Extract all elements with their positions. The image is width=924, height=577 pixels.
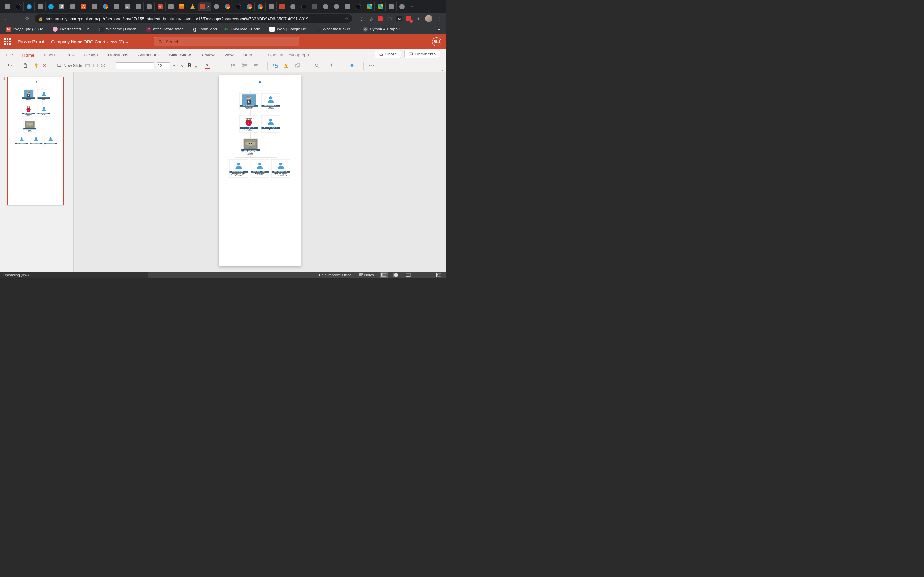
slide-canvas-area[interactable]: COMPANY NAME Name recFFWVuTvau... Founde… — [74, 72, 446, 272]
ribbon-tab-file[interactable]: File — [6, 53, 13, 59]
bookmarks-overflow-button[interactable]: » — [435, 27, 443, 32]
browser-tab[interactable] — [211, 2, 222, 11]
numbering-button[interactable]: 123⌄ — [242, 63, 251, 68]
bold-button[interactable]: B — [188, 63, 192, 69]
browser-tab[interactable] — [233, 2, 244, 11]
browser-tab[interactable] — [298, 2, 309, 11]
browser-tab[interactable] — [89, 2, 100, 11]
more-commands-button[interactable]: ··· — [368, 63, 375, 69]
ribbon-tab-animations[interactable]: Animations — [138, 53, 160, 59]
zoom-out-button[interactable]: − — [417, 273, 421, 277]
reset-button[interactable] — [93, 63, 98, 68]
notes-button[interactable]: Notes — [357, 273, 375, 277]
shape-fill-button[interactable]: ⌄ — [284, 63, 292, 68]
browser-tab[interactable] — [375, 2, 386, 11]
decrease-font-button[interactable]: Aˇ — [181, 64, 185, 68]
bookmark-item[interactable]: Overreacted — A... — [50, 26, 95, 33]
browser-tab[interactable] — [386, 2, 397, 11]
align-button[interactable]: ⌄ — [254, 63, 262, 68]
bookmark-item[interactable]: Web | Google De... — [267, 26, 312, 33]
reading-view-button[interactable] — [404, 273, 412, 277]
browser-tab[interactable] — [13, 2, 24, 11]
browser-tab[interactable] — [397, 2, 407, 11]
extension-icon[interactable] — [378, 16, 383, 21]
fit-to-window-button[interactable] — [435, 273, 443, 277]
browser-tab[interactable] — [222, 2, 233, 11]
layout-button[interactable] — [85, 63, 90, 68]
highlight-button[interactable]: ⌄ — [194, 63, 203, 68]
browser-tab[interactable] — [166, 2, 176, 11]
ribbon-tab-draw[interactable]: Draw — [65, 53, 75, 59]
bookmark-item[interactable]: ⋮⋮Welcome | Codeb... — [96, 26, 142, 33]
ribbon-tab-transitions[interactable]: Transitions — [107, 53, 129, 59]
paste-button[interactable]: ⌄ — [23, 63, 31, 68]
browser-tab[interactable] — [133, 2, 144, 11]
browser-tab[interactable] — [100, 2, 111, 11]
ribbon-tab-home[interactable]: Home — [23, 53, 35, 60]
extensions-menu-icon[interactable]: ✦ — [415, 16, 421, 21]
browser-tab[interactable] — [288, 2, 298, 11]
ribbon-tab-help[interactable]: Help — [243, 53, 252, 59]
user-avatar[interactable]: ВШ — [432, 37, 441, 46]
browser-tab[interactable] — [309, 2, 320, 11]
forward-button[interactable]: → — [14, 16, 20, 21]
bookmark-item[interactable]: Rafter - WordRefer... — [144, 26, 188, 33]
font-size-select[interactable]: 12⌄ — [157, 62, 170, 69]
zoom-in-button[interactable]: + — [425, 273, 430, 277]
bullets-button[interactable]: ⌄ — [231, 63, 240, 68]
back-button[interactable]: ← — [4, 16, 10, 21]
slide-thumbnails-pane[interactable]: 1 COMPANY NAME Name recFFWVuTvau... Foun… — [0, 72, 74, 272]
extension-icon[interactable]: 6 — [406, 16, 412, 21]
collapse-ribbon-icon[interactable]: ⌄ — [441, 68, 444, 71]
browser-tab[interactable] — [24, 2, 35, 11]
ribbon-tab-review[interactable]: Review — [200, 53, 214, 59]
extension-icon[interactable]: JB — [396, 16, 402, 21]
url-field[interactable]: 🔒 bmsturu-my.sharepoint.com/:p:/r/person… — [35, 15, 352, 23]
browser-tab[interactable] — [111, 2, 122, 11]
sorter-view-button[interactable] — [392, 273, 400, 277]
bookmark-item[interactable]: What the fuck is ..... — [313, 26, 359, 33]
undo-button[interactable]: ⌄ — [7, 63, 16, 68]
search-box[interactable]: 🔍︎ Search — [154, 37, 299, 47]
bookmark-item[interactable]: ⊘Python & GraphQ... — [360, 26, 406, 33]
browser-tab[interactable] — [364, 2, 375, 11]
share-button[interactable]: Share — [375, 50, 401, 58]
browser-tab-active[interactable]: × — [198, 2, 211, 11]
browser-tab[interactable] — [255, 2, 266, 11]
browser-tab[interactable] — [276, 2, 288, 11]
browser-tab[interactable] — [67, 2, 78, 11]
increase-font-button[interactable]: A^ — [173, 63, 178, 68]
reload-button[interactable]: ⟳ — [24, 16, 30, 21]
browser-tab[interactable]: G — [122, 2, 133, 11]
font-color-button[interactable]: A⌄ — [205, 63, 214, 68]
browser-tab[interactable] — [266, 2, 276, 11]
browser-tab[interactable]: S — [57, 2, 67, 11]
normal-view-button[interactable] — [380, 272, 388, 278]
browser-tab[interactable] — [2, 2, 13, 11]
bookmark-item[interactable]: <>PlayCode - Code... — [221, 26, 266, 33]
browser-tab[interactable] — [353, 2, 364, 11]
slide[interactable]: COMPANY NAME Name recFFWVuTvau... Founde… — [219, 75, 301, 266]
extension-icon[interactable]: ⬡ — [359, 16, 364, 21]
profile-avatar[interactable] — [425, 15, 432, 22]
document-title[interactable]: Company Name ORG Chart views (2) — [51, 39, 124, 44]
browser-menu-icon[interactable]: ⋮ — [436, 16, 442, 21]
find-button[interactable] — [314, 63, 320, 68]
browser-tab[interactable] — [342, 2, 353, 11]
help-improve-link[interactable]: Help Improve Office — [318, 273, 352, 277]
new-tab-button[interactable]: + — [407, 3, 417, 10]
browser-tab[interactable] — [187, 2, 198, 11]
browser-tab[interactable] — [244, 2, 255, 11]
ribbon-tab-design[interactable]: Design — [84, 53, 98, 59]
extension-icon[interactable]: ◯ — [387, 16, 393, 21]
ribbon-tab-insert[interactable]: Insert — [44, 53, 55, 59]
new-slide-button[interactable]: New Slide — [57, 63, 82, 68]
dictate-button[interactable]: ⌄ — [349, 63, 358, 68]
extension-icon[interactable]: ◎ — [368, 16, 374, 21]
slide-thumbnail[interactable]: COMPANY NAME Name recFFWVuTvau... Founde… — [7, 77, 64, 205]
font-family-select[interactable] — [116, 62, 154, 69]
shapes-button[interactable]: ⌄ — [273, 63, 281, 68]
format-painter-button[interactable] — [34, 63, 39, 68]
bookmark-item[interactable]: MВходящие (2 382... — [3, 26, 49, 33]
arrange-button[interactable]: ⌄ — [295, 63, 304, 68]
